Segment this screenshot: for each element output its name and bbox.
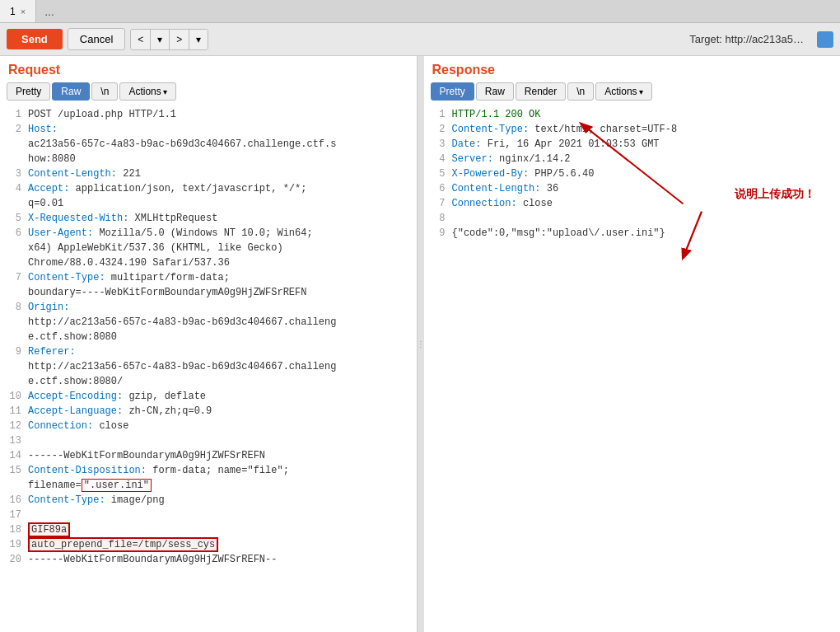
nav-back-button[interactable]: < [131, 30, 151, 49]
request-btn-bar: Pretty Raw \n Actions ▾ [0, 81, 417, 104]
response-tab-raw[interactable]: Raw [476, 82, 514, 101]
table-row: 7 Connection: close [424, 196, 841, 211]
panels: Request Pretty Raw \n Actions ▾ 1 POST /… [0, 56, 840, 632]
table-row: 4 Server: nginx/1.14.2 [424, 152, 841, 166]
table-row: 13 [0, 433, 417, 448]
response-actions-button[interactable]: Actions ▾ [595, 82, 651, 101]
nav-fwd-button[interactable]: > [170, 30, 189, 49]
cancel-button[interactable]: Cancel [68, 28, 125, 50]
tab-bar: 1 × ... [0, 0, 840, 23]
send-button[interactable]: Send [7, 29, 63, 49]
table-row: 5 X-Requested-With: XMLHttpRequest [0, 211, 417, 226]
table-row: 12 Connection: close [0, 419, 417, 433]
table-row: 2 Content-Type: text/html; charset=UTF-8 [424, 122, 841, 137]
request-actions-button[interactable]: Actions ▾ [119, 82, 175, 101]
tab-dots: ... [36, 5, 63, 18]
table-row: 6 User-Agent: Mozilla/5.0 (Windows NT 10… [0, 226, 417, 270]
table-row: 11 Accept-Language: zh-CN,zh;q=0.9 [0, 404, 417, 419]
response-tab-render[interactable]: Render [516, 82, 566, 101]
toolbar: Send Cancel < ▾ > ▾ Target: http://ac213… [0, 23, 840, 56]
response-btn-bar: Pretty Raw Render \n Actions ▾ [424, 81, 841, 104]
request-panel: Request Pretty Raw \n Actions ▾ 1 POST /… [0, 56, 418, 632]
table-row: 8 Origin: http://ac213a56-657c-4a83-b9ac… [0, 300, 417, 344]
panel-divider[interactable]: ⋮ [418, 56, 424, 632]
table-row: 20 ------WebKitFormBoundarymA0g9HjZWFSrR… [0, 552, 417, 567]
tab-close-icon[interactable]: × [21, 7, 26, 16]
table-row: 15 Content-Disposition: form-data; name=… [0, 463, 417, 493]
table-row: 4 Accept: application/json, text/javascr… [0, 181, 417, 211]
nav-fwd-dropdown-button[interactable]: ▾ [189, 30, 208, 49]
request-title: Request [0, 56, 417, 81]
nav-back-dropdown-button[interactable]: ▾ [151, 30, 170, 49]
table-row: 9 Referer: http://ac213a56-657c-4a83-b9a… [0, 344, 417, 389]
table-row: 3 Content-Length: 221 [0, 166, 417, 181]
table-row: 19 auto_prepend_file=/tmp/sess_cys [0, 537, 417, 552]
target-label: Target: http://ac213a5… [689, 33, 804, 45]
request-tab-slashn[interactable]: \n [91, 82, 118, 101]
table-row: 1 HTTP/1.1 200 OK [424, 107, 841, 122]
request-tab-raw[interactable]: Raw [52, 82, 90, 101]
nav-buttons: < ▾ > ▾ [130, 29, 208, 50]
table-row: 6 Content-Length: 36 [424, 181, 841, 196]
table-row: 9 {"code":0,"msg":"upload\/.user.ini"} [424, 226, 841, 241]
table-row: 14 ------WebKitFormBoundarymA0g9HjZWFSrR… [0, 448, 417, 463]
table-row: 18 GIF89a [0, 522, 417, 537]
table-row: 16 Content-Type: image/png [0, 493, 417, 508]
table-row: 17 [0, 508, 417, 522]
table-row: 1 POST /upload.php HTTP/1.1 [0, 107, 417, 122]
table-row: 10 Accept-Encoding: gzip, deflate [0, 389, 417, 404]
response-title: Response [424, 56, 841, 81]
response-actions-label: Actions [604, 86, 637, 97]
tab-id: 1 [10, 6, 16, 17]
request-actions-label: Actions [128, 86, 161, 97]
request-code-area[interactable]: 1 POST /upload.php HTTP/1.1 2 Host: ac21… [0, 104, 417, 632]
response-tab-pretty[interactable]: Pretty [431, 82, 474, 101]
tab-1[interactable]: 1 × [0, 0, 36, 22]
response-panel: Response Pretty Raw Render \n Actions ▾ … [424, 56, 841, 632]
request-tab-pretty[interactable]: Pretty [7, 82, 50, 101]
table-row: 5 X-Powered-By: PHP/5.6.40 [424, 166, 841, 181]
target-icon [817, 31, 833, 48]
table-row: 8 [424, 211, 841, 226]
response-tab-slashn[interactable]: \n [567, 82, 594, 101]
response-actions-arrow-icon: ▾ [639, 87, 643, 96]
response-code-area[interactable]: 1 HTTP/1.1 200 OK 2 Content-Type: text/h… [424, 104, 841, 632]
table-row: 2 Host: ac213a56-657c-4a83-b9ac-b69d3c40… [0, 122, 417, 166]
table-row: 3 Date: Fri, 16 Apr 2021 01:03:53 GMT [424, 137, 841, 152]
request-actions-arrow-icon: ▾ [163, 87, 167, 96]
table-row: 7 Content-Type: multipart/form-data; bou… [0, 270, 417, 300]
